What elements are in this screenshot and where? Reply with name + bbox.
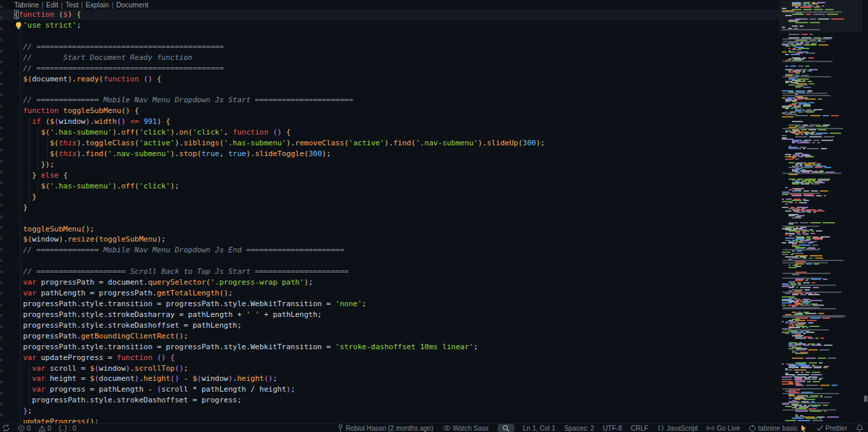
codelens-separator: | xyxy=(81,1,84,9)
code-line-8[interactable] xyxy=(0,84,779,95)
statusbar-label: Watch Sass xyxy=(453,425,489,432)
code-line-29[interactable]: progressPath.style.strokeDasharray = pat… xyxy=(0,310,779,320)
code-line-36[interactable]: var progress = pathLength - (scroll * pa… xyxy=(0,384,779,395)
code-line-16[interactable]: } else { xyxy=(0,170,779,181)
statusbar-label: tabnine basic xyxy=(758,425,798,432)
code-line-4[interactable]: // =====================================… xyxy=(0,42,779,52)
error-icon xyxy=(18,425,25,432)
code-line-5[interactable]: // Start Document Ready function xyxy=(0,52,779,63)
code-line-28[interactable]: progressPath.style.transition = progress… xyxy=(0,299,779,310)
statusbar-label: UTF-8 xyxy=(603,425,622,432)
braces-icon: {} xyxy=(657,425,665,431)
statusbar-problems-errors[interactable]: 0 xyxy=(18,424,31,432)
sync-icon xyxy=(2,424,10,432)
code-line-10[interactable]: function toggleSubMenu() { xyxy=(0,106,779,116)
tabnine-icon xyxy=(749,425,756,432)
code-line-24[interactable] xyxy=(0,256,779,266)
code-line-18[interactable]: } xyxy=(0,192,779,203)
codelens-test[interactable]: Test xyxy=(65,1,78,9)
codelens-explain[interactable]: Explain xyxy=(86,1,108,9)
gutter-decorations xyxy=(0,0,4,432)
quick-fix-lightbulb-icon[interactable] xyxy=(15,22,22,30)
code-line-2[interactable]: 'use strict'; xyxy=(0,20,779,31)
code-text: var progressPath = document.querySelecto… xyxy=(14,278,313,287)
code-line-20[interactable] xyxy=(0,213,779,224)
statusbar-git-blame[interactable]: Robiul Hasan (2 months ago) xyxy=(337,424,433,432)
code-line-9[interactable]: // ============== Mobile Nav Menu Dropdo… xyxy=(0,95,779,106)
code-text: toggleSubMenu(); xyxy=(14,225,94,233)
minimap[interactable] xyxy=(779,0,863,432)
status-bar: 00{..} : 0 Robiul Hasan (2 months ago)Wa… xyxy=(0,423,868,432)
code-text: var height = $(document).height() - $(wi… xyxy=(14,374,277,383)
code-text: var progress = pathLength - (scroll * pa… xyxy=(14,385,295,394)
code-text: progressPath.style.strokeDasharray = pat… xyxy=(14,310,322,319)
statusbar-bracket-count[interactable]: {..} : 0 xyxy=(59,424,76,432)
statusbar-prettier[interactable]: Prettier xyxy=(816,424,847,432)
statusbar-encoding[interactable]: UTF-8 xyxy=(603,424,622,432)
code-text: $(document).ready(function () { xyxy=(14,75,162,83)
code-line-23[interactable]: // ============== Mobile Nav Menu Dropdo… xyxy=(0,245,779,256)
code-editor[interactable]: Tabnine|Edit|Test|Explain|Document (func… xyxy=(0,0,779,432)
code-line-25[interactable]: // ==================== Scroll Back to T… xyxy=(0,266,779,277)
code-line-14[interactable]: $(this).find('.nav-submenu').stop(true, … xyxy=(0,149,779,159)
code-line-21[interactable]: toggleSubMenu(); xyxy=(0,224,779,235)
codelens-separator: | xyxy=(61,1,63,9)
statusbar-eol[interactable]: CRLF xyxy=(631,424,648,432)
code-text: function toggleSubMenu() { xyxy=(14,106,139,115)
check-icon xyxy=(816,425,824,431)
code-line-1[interactable]: (function ($) { xyxy=(0,9,779,20)
overview-ruler-mark xyxy=(864,396,867,402)
code-line-3[interactable] xyxy=(0,31,779,42)
code-line-26[interactable]: var progressPath = document.querySelecto… xyxy=(0,277,779,288)
code-line-33[interactable]: var updateProgress = function () { xyxy=(0,353,779,363)
code-line-32[interactable]: progressPath.style.transition = progress… xyxy=(0,342,779,353)
statusbar-tabnine[interactable]: tabnine basic xyxy=(749,424,807,432)
code-line-7[interactable]: $(document).ready(function () { xyxy=(0,74,779,85)
codelens-tabnine[interactable]: Tabnine xyxy=(14,1,39,9)
statusbar-label: 0 xyxy=(27,425,31,432)
statusbar-search-button[interactable] xyxy=(498,424,514,432)
code-line-11[interactable]: if ($(window).width() <= 991) { xyxy=(0,116,779,127)
statusbar-label: Spaces: 2 xyxy=(564,425,594,432)
code-line-15[interactable]: }); xyxy=(0,159,779,170)
code-line-22[interactable]: $(window).resize(toggleSubMenu); xyxy=(0,234,779,245)
code-line-31[interactable]: progressPath.getBoundingClientRect(); xyxy=(0,331,779,342)
code-text: $('.has-submenu').off('click'); xyxy=(14,182,179,190)
statusbar-label: Prettier xyxy=(826,425,847,432)
vertical-scrollbar[interactable] xyxy=(863,0,868,432)
code-line-35[interactable]: var height = $(document).height() - $(wi… xyxy=(0,373,779,384)
minimap-slider[interactable] xyxy=(779,0,863,32)
code-line-6[interactable]: // =====================================… xyxy=(0,63,779,74)
broadcast-icon xyxy=(706,425,714,432)
statusbar-language-mode[interactable]: {}JavaScript xyxy=(657,424,698,432)
code-text: progressPath.style.transition = progress… xyxy=(14,299,366,308)
code-line-38[interactable]: }; xyxy=(0,406,779,417)
statusbar-label: Robiul Hasan (2 months ago) xyxy=(345,425,433,432)
code-text: }; xyxy=(14,406,32,415)
code-text: progressPath.style.transition = progress… xyxy=(14,343,478,351)
code-text: var updateProgress = function () { xyxy=(14,353,174,362)
statusbar-problems-warnings[interactable]: 0 xyxy=(38,424,52,432)
code-line-12[interactable]: $('.has-submenu').off('click').on('click… xyxy=(0,127,779,138)
code-line-34[interactable]: var scroll = $(window).scrollTop(); xyxy=(0,363,779,374)
vscode-window: Tabnine|Edit|Test|Explain|Document (func… xyxy=(0,0,868,432)
statusbar-notifications[interactable] xyxy=(856,424,863,432)
statusbar-remote-sync[interactable] xyxy=(2,424,10,432)
code-line-17[interactable]: $('.has-submenu').off('click'); xyxy=(0,181,779,192)
statusbar-go-live[interactable]: Go Live xyxy=(706,424,739,432)
statusbar-cursor-position[interactable]: Ln 1, Col 1 xyxy=(523,424,556,432)
code-text: progressPath.style.strokeDashoffset = pa… xyxy=(14,321,242,330)
code-line-13[interactable]: $(this).toggleClass('active').siblings('… xyxy=(0,138,779,149)
code-text: $(this).toggleClass('active').siblings('… xyxy=(14,139,545,147)
statusbar-watch-sass[interactable]: Watch Sass xyxy=(442,424,489,432)
code-line-37[interactable]: progressPath.style.strokeDashoffset = pr… xyxy=(0,395,779,406)
codelens-edit[interactable]: Edit xyxy=(46,1,59,9)
code-line-30[interactable]: progressPath.style.strokeDashoffset = pa… xyxy=(0,320,779,331)
codelens-document[interactable]: Document xyxy=(116,1,149,9)
code-text: progressPath.style.strokeDashoffset = pr… xyxy=(14,396,242,404)
code-text: 'use strict'; xyxy=(14,21,81,30)
code-text: // =====================================… xyxy=(14,42,224,51)
code-line-19[interactable]: } xyxy=(0,203,779,213)
statusbar-indentation[interactable]: Spaces: 2 xyxy=(564,424,594,432)
code-line-27[interactable]: var pathLength = progressPath.getTotalLe… xyxy=(0,288,779,299)
